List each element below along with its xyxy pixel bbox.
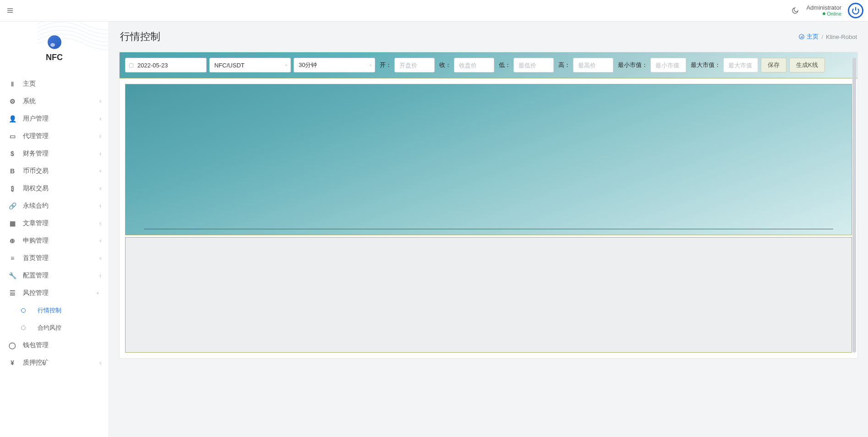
sidebar-item-6[interactable]: ₿期权交易‹ [0,180,109,197]
sidebar-item-13[interactable]: ◯钱包管理 [0,337,109,354]
close-input[interactable] [454,58,494,72]
high-label: 高： [558,61,570,69]
gear-icon: ⚙ [8,98,16,105]
page-title: 行情控制 [120,30,160,44]
chevron-left-icon: ‹ [100,116,101,122]
sidebar-subitem-12-0[interactable]: 行情控制 [0,302,109,319]
breadcrumb-current: Kline-Robot [826,33,857,40]
sidebar-item-2[interactable]: 👤用户管理‹ [0,110,109,127]
sidebar-item-10[interactable]: ≡首页管理‹ [0,249,109,267]
sidebar-item-8[interactable]: ▦文章管理‹ [0,215,109,232]
sidebar-item-label: 主页 [23,80,36,88]
sidebar-item-label: 永续合约 [23,202,49,210]
min-cap-input[interactable] [650,58,686,72]
sidebar-item-7[interactable]: 🔗永续合约‹ [0,197,109,215]
chevron-left-icon: ‹ [100,272,101,279]
main-content: 行情控制 主页 / Kline-Robot ▢ ▫ [109,22,868,437]
dollar-icon: $ [8,150,16,157]
sidebar-item-9[interactable]: ⊕申购管理‹ [0,232,109,249]
open-input[interactable] [394,58,435,72]
list-icon: ≡ [8,254,16,262]
sidebar-item-label: 期权交易 [23,184,49,193]
sidebar-item-label: 配置管理 [23,271,49,280]
kline-chart-upper [125,84,852,235]
dashboard-icon [798,33,805,40]
high-input[interactable] [573,58,613,72]
sidebar-item-4[interactable]: $财务管理‹ [0,145,109,162]
low-input[interactable] [513,58,554,72]
bars-vert-icon: ⫴ [8,80,16,88]
breadcrumb: 主页 / Kline-Robot [798,33,857,41]
power-icon [852,6,860,15]
sidebar-item-label: 财务管理 [23,149,49,158]
circle-icon [21,308,26,313]
page-header: 行情控制 主页 / Kline-Robot [109,22,868,52]
wrench-icon: 🔧 [8,272,16,279]
breadcrumb-separator: / [821,33,823,40]
generate-kline-button[interactable]: 生成K线 [789,58,825,72]
scrollbar[interactable] [852,58,856,353]
sidebar-item-5[interactable]: B币币交易‹ [0,162,109,180]
user-name: Administrator [806,5,841,11]
sidebar-item-label: 文章管理 [23,219,49,227]
open-label: 开： [380,61,392,69]
sidebar-item-label: 首页管理 [23,254,49,262]
sidebar-item-1[interactable]: ⚙系统‹ [0,93,109,110]
sidebar-item-label: 系统 [23,97,36,105]
logo-icon [48,35,61,49]
menu-toggle-button[interactable] [5,5,16,16]
interval-select[interactable] [294,58,375,72]
content-card: ▢ ▫ ▫ 开： 收： 低： 高： 最小市 [119,52,858,359]
filter-bar: ▢ ▫ ▫ 开： 收： 低： 高： 最小市 [120,52,857,78]
sidebar-item-0[interactable]: ⫴主页 [0,75,109,93]
theme-toggle-button[interactable] [791,6,800,15]
hamburger-icon [6,7,14,14]
chevron-left-icon: ‹ [100,220,101,227]
close-label: 收： [439,61,451,69]
chevron-left-icon: ‹ [100,133,101,139]
breadcrumb-home-label: 主页 [807,33,819,41]
sidebar-item-3[interactable]: ▭代理管理‹ [0,127,109,145]
user-status: Online [823,11,841,17]
sidebar: NFC ⫴主页⚙系统‹👤用户管理‹▭代理管理‹$财务管理‹B币币交易‹₿期权交易… [0,22,109,437]
sidebar-item-14[interactable]: ¥质押挖矿‹ [0,354,109,371]
chevron-down-icon: ⌄ [96,292,102,295]
sidebar-item-label: 质押挖矿 [23,359,49,367]
chevron-left-icon: ‹ [100,238,101,244]
chart-area [125,84,852,353]
date-input[interactable] [125,58,207,72]
bold-b-icon: B [8,167,16,175]
save-button[interactable]: 保存 [761,58,786,72]
sidebar-item-12[interactable]: ☰风控管理⌄ [0,284,109,302]
low-label: 低： [499,61,511,69]
max-cap-label: 最大市值： [691,61,721,69]
chevron-left-icon: ‹ [100,168,101,174]
globe-icon: ⊕ [8,237,16,244]
power-button[interactable] [848,3,863,18]
kline-chart-lower [125,237,852,353]
id-card-icon: ▭ [8,133,16,140]
sidebar-item-label: 风控管理 [23,289,49,297]
max-cap-input[interactable] [723,58,758,72]
news-icon: ▦ [8,220,16,227]
user-cog-icon: 👤 [8,115,16,122]
sidebar-subitem-label: 行情控制 [38,306,61,315]
pair-select[interactable] [209,58,291,72]
breadcrumb-home-link[interactable]: 主页 [798,33,819,41]
chevron-left-icon: ‹ [100,360,101,366]
topbar: Administrator Online [0,0,868,22]
circle-icon: ◯ [8,342,16,349]
rows-icon: ☰ [8,289,16,297]
btc-icon: ₿ [8,185,16,192]
chart-axis [144,229,833,229]
link-icon: 🔗 [8,202,16,210]
chevron-left-icon: ‹ [100,185,101,192]
sidebar-item-label: 币币交易 [23,167,49,175]
circle-icon [21,326,26,330]
moon-icon [792,7,799,14]
sidebar-subitem-12-1[interactable]: 合约风控 [0,319,109,337]
user-info[interactable]: Administrator Online [806,5,841,17]
sidebar-item-11[interactable]: 🔧配置管理‹ [0,267,109,284]
nav-list: ⫴主页⚙系统‹👤用户管理‹▭代理管理‹$财务管理‹B币币交易‹₿期权交易‹🔗永续… [0,75,109,371]
sidebar-item-label: 代理管理 [23,132,49,140]
